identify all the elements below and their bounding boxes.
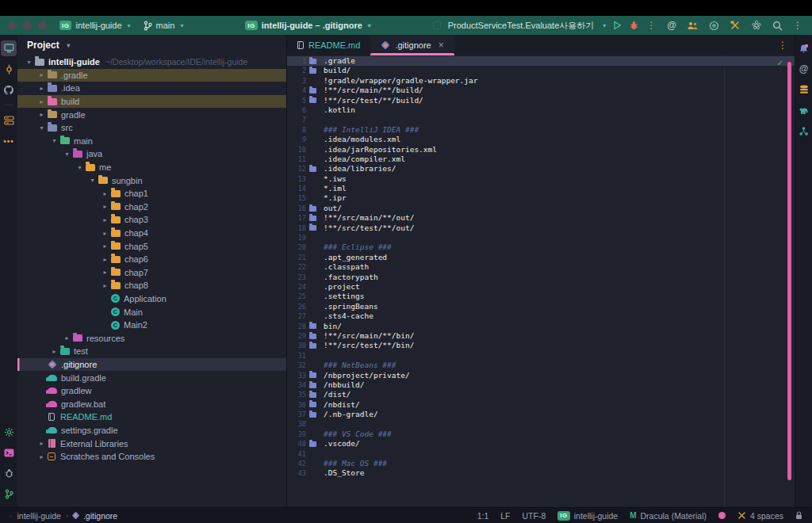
window-zoom-button[interactable] <box>38 21 47 30</box>
lock-icon[interactable] <box>795 511 802 520</box>
tree-chevron-icon[interactable]: ▸ <box>100 269 110 276</box>
tree-item-Application[interactable]: CApplication <box>17 292 286 306</box>
tree-chevron-icon[interactable]: ▸ <box>100 190 110 197</box>
code-line-2[interactable]: 2build/ <box>287 66 795 75</box>
tree-chevron-icon[interactable]: ▾ <box>87 177 98 184</box>
tree-chevron-icon[interactable]: ▸ <box>36 71 47 78</box>
tree-item-Main2[interactable]: CMain2 <box>17 319 286 332</box>
tree-item-chap4[interactable]: ▸chap4 <box>17 227 286 240</box>
tree-item-chap3[interactable]: ▸chap3 <box>17 213 286 227</box>
code-with-me-icon[interactable] <box>687 21 699 30</box>
tree-item-chap1[interactable]: ▸chap1 <box>17 187 286 200</box>
project-panel-header[interactable]: Project ▾ <box>17 35 286 55</box>
notifications-button[interactable] <box>795 38 812 59</box>
editor-tab-README.md[interactable]: README.md <box>287 35 370 55</box>
tree-item-.idea[interactable]: ▸.idea <box>17 82 286 95</box>
database-tool-button[interactable] <box>795 79 812 100</box>
tree-chevron-icon[interactable]: ▸ <box>36 440 47 447</box>
record-icon[interactable] <box>709 21 719 31</box>
ai-assistant-button[interactable]: @ <box>795 59 812 79</box>
editor-tab-.gitignore[interactable]: .gitignore× <box>370 35 454 55</box>
code-line-5[interactable]: 5!**/src/test/**/build/ <box>287 96 795 105</box>
tree-item-chap6[interactable]: ▸chap6 <box>17 253 286 266</box>
tree-chevron-icon[interactable]: ▾ <box>36 124 47 132</box>
code-line-3[interactable]: 3!gradle/wrapper/gradle-wrapper.jar <box>287 76 795 86</box>
code-line-26[interactable]: 26.springBeans <box>287 302 795 311</box>
tree-chevron-icon[interactable]: ▸ <box>100 230 110 237</box>
code-line-6[interactable]: 6.kotlin <box>287 105 795 115</box>
gradle-tool-button[interactable] <box>795 100 812 120</box>
tree-chevron-icon[interactable]: ▸ <box>100 256 110 263</box>
code-line-39[interactable]: 39### VS Code ### <box>287 429 795 439</box>
run-button[interactable] <box>613 21 622 30</box>
tree-item-build[interactable]: ▸build <box>17 95 286 109</box>
tree-chevron-icon[interactable]: ▸ <box>36 453 47 460</box>
project-widget[interactable]: IG intellij-guide ▾ <box>59 21 131 30</box>
code-line-21[interactable]: 21.apt_generated <box>287 253 795 262</box>
window-close-button[interactable] <box>8 21 17 30</box>
branch-widget[interactable]: main ▾ <box>144 21 184 31</box>
line-ending-widget[interactable]: LF <box>500 511 510 521</box>
tree-chevron-icon[interactable]: ▸ <box>49 348 59 355</box>
code-line-41[interactable]: 41 <box>287 449 795 459</box>
code-line-31[interactable]: 31 <box>287 351 795 361</box>
tree-item-chap2[interactable]: ▸chap2 <box>17 200 286 214</box>
debug-button[interactable] <box>629 21 639 30</box>
code-line-32[interactable]: 32### NetBeans ### <box>287 361 795 370</box>
github-tool-button[interactable] <box>0 79 17 100</box>
code-line-22[interactable]: 22.classpath <box>287 262 795 272</box>
tree-chevron-icon[interactable]: ▸ <box>62 334 72 342</box>
tree-item-Main[interactable]: CMain <box>17 305 286 319</box>
code-line-29[interactable]: 29!**/src/main/**/bin/ <box>287 331 795 341</box>
code-line-11[interactable]: 11.idea/compiler.xml <box>287 155 795 164</box>
code-line-40[interactable]: 40.vscode/ <box>287 439 795 449</box>
commit-tool-button[interactable] <box>0 59 17 79</box>
tree-item-Scratches and Consoles[interactable]: ▸Scratches and Consoles <box>17 450 286 464</box>
tab-options-kebab-icon[interactable]: ⋮ <box>778 40 787 50</box>
run-more-kebab-icon[interactable]: ⋮ <box>646 21 656 30</box>
kebab-menu-icon[interactable]: ⋮ <box>793 21 802 30</box>
code-line-18[interactable]: 18!**/src/test/**/out/ <box>287 223 795 233</box>
build-tools-icon[interactable] <box>730 20 741 31</box>
code-line-8[interactable]: 8### IntelliJ IDEA ### <box>287 125 795 135</box>
encoding-widget[interactable]: UTF-8 <box>523 511 546 521</box>
tree-chevron-icon[interactable]: ▾ <box>49 137 59 144</box>
code-line-4[interactable]: 4!**/src/main/**/build/ <box>287 86 795 95</box>
tree-item-README.md[interactable]: README.md <box>17 410 286 424</box>
tree-chevron-icon[interactable]: ▸ <box>36 98 47 105</box>
code-line-33[interactable]: 33/nbproject/private/ <box>287 371 795 380</box>
code-line-7[interactable]: 7 <box>287 115 795 124</box>
tree-item-External Libraries[interactable]: ▸External Libraries <box>17 437 286 450</box>
terminal-tool-button[interactable] <box>0 442 17 463</box>
code-line-16[interactable]: 16out/ <box>287 204 795 213</box>
code-line-36[interactable]: 36/nbdist/ <box>287 400 795 410</box>
code-line-35[interactable]: 35/dist/ <box>287 390 795 399</box>
tree-item-build.gradle[interactable]: build.gradle <box>17 371 286 384</box>
code-line-9[interactable]: 9.idea/modules.xml <box>287 135 795 144</box>
tree-item-sungbin[interactable]: ▾sungbin <box>17 174 286 187</box>
ai-assistant-icon[interactable]: @ <box>667 21 676 30</box>
debug-tool-button[interactable] <box>0 463 17 483</box>
code-line-15[interactable]: 15*.ipr <box>287 193 795 203</box>
tree-item-chap7[interactable]: ▸chap7 <box>17 266 286 280</box>
tree-chevron-icon[interactable]: ▸ <box>100 216 110 223</box>
code-line-20[interactable]: 20### Eclipse ### <box>287 242 795 252</box>
caret-position-widget[interactable]: 1:1 <box>477 511 489 521</box>
tree-item-src[interactable]: ▾src <box>17 121 286 135</box>
tree-item-settings.gradle[interactable]: settings.gradle <box>17 424 286 437</box>
code-line-10[interactable]: 10.idea/jarRepositories.xml <box>287 145 795 155</box>
window-minimize-button[interactable] <box>23 21 32 30</box>
code-line-30[interactable]: 30!**/src/test/**/bin/ <box>287 341 795 350</box>
tree-item-gradlew.bat[interactable]: gradlew.bat <box>17 397 286 410</box>
code-line-37[interactable]: 37/.nb-gradle/ <box>287 410 795 419</box>
nest-icon[interactable] <box>751 20 762 31</box>
code-line-27[interactable]: 27.sts4-cache <box>287 311 795 321</box>
code-line-23[interactable]: 23.factorypath <box>287 273 795 282</box>
tree-item-resources[interactable]: ▸resources <box>17 331 286 345</box>
code-line-14[interactable]: 14*.iml <box>287 184 795 193</box>
tree-chevron-icon[interactable]: ▸ <box>36 111 47 118</box>
dependencies-tool-button[interactable] <box>795 120 812 141</box>
code-line-1[interactable]: 1.gradle <box>287 56 795 66</box>
code-line-17[interactable]: 17!**/src/main/**/out/ <box>287 213 795 223</box>
tree-chevron-icon[interactable]: ▸ <box>36 85 47 92</box>
